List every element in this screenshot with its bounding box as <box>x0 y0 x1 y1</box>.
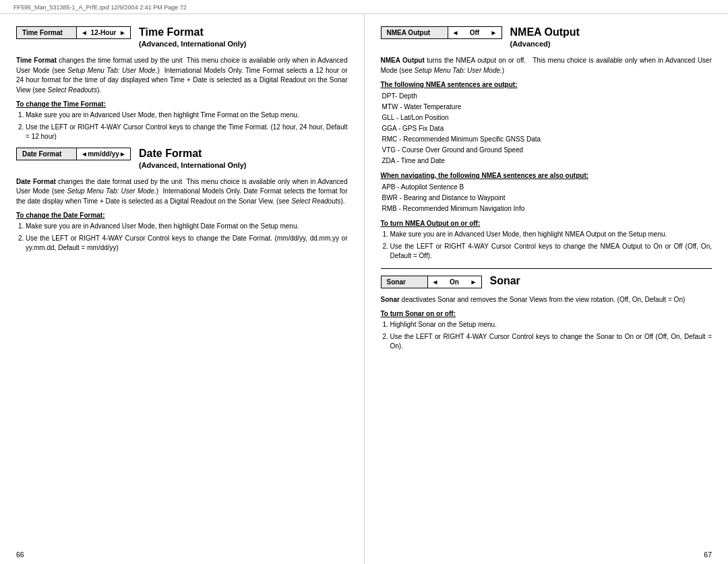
nmea-sentence-7: ZDA - Time and Date <box>382 156 712 166</box>
nmea-sentences-heading: The following NMEA sentences are output: <box>381 81 712 88</box>
date-format-title-group: Date Format (Advanced, International Onl… <box>139 148 247 173</box>
sonar-left-arrow[interactable]: ◄ <box>432 278 439 286</box>
nmea-sentence-5: RMC - Recommended Minimum Specific GNSS … <box>382 134 712 145</box>
nmea-turn-on-heading: To turn NMEA Output on or off: <box>381 220 712 227</box>
content-area: Time Format ◄ 12-Hour ► Time Format (Adv… <box>0 14 728 564</box>
nmea-nav-sentence-2: BWR - Bearing and Distance to Waypoint <box>382 193 712 203</box>
page-container: FF595_Man_531385-1_A_PrfE.qxd 12/9/2004 … <box>0 0 728 564</box>
nmea-output-right-arrow[interactable]: ► <box>491 29 497 36</box>
time-format-label: Time Format <box>22 29 63 36</box>
date-format-body: Date Format changes the date format used… <box>16 177 348 207</box>
top-bar-text: FF595_Man_531385-1_A_PrfE.qxd 12/9/2004 … <box>13 4 187 11</box>
sonar-step-1: Highlight Sonar on the Setup menu. <box>390 320 712 330</box>
time-format-label-box: Time Format <box>16 26 77 39</box>
nmea-output-body: NMEA Output turns the NMEA output on or … <box>381 56 712 75</box>
sonar-steps-list: Highlight Sonar on the Setup menu. Use t… <box>390 320 712 352</box>
date-format-label: Date Format <box>22 150 61 158</box>
nmea-output-title: NMEA Output <box>510 26 580 38</box>
sonar-turn-heading: To turn Sonar on or off: <box>381 310 712 317</box>
sonar-label-box: Sonar <box>381 276 428 288</box>
time-format-step-1: Make sure you are in Advanced User Mode,… <box>26 111 348 121</box>
time-format-title: Time Format <box>139 26 204 38</box>
sonar-label: Sonar <box>387 278 406 286</box>
time-format-steps-list: Make sure you are in Advanced User Mode,… <box>26 111 348 142</box>
nmea-sentence-4: GGA - GPS Fix Data <box>382 123 712 134</box>
nmea-output-title-group: NMEA Output (Advanced) <box>510 26 580 52</box>
nmea-navigating-heading: When navigating, the following NMEA sent… <box>381 172 712 179</box>
right-page: NMEA Output ◄ Off ► NMEA Output (Advance… <box>365 14 729 564</box>
time-format-widget: Time Format ◄ 12-Hour ► <box>16 26 131 43</box>
nmea-sentences-list: DPT- Depth MTW - Water Temperature GLL -… <box>382 91 712 166</box>
time-format-step-2: Use the LEFT or RIGHT 4-WAY Cursor Contr… <box>26 123 348 142</box>
sonar-step-2: Use the LEFT or RIGHT 4-WAY Cursor Contr… <box>390 332 712 352</box>
sonar-divider <box>381 268 712 269</box>
nmea-sentence-1: DPT- Depth <box>382 91 712 102</box>
nmea-turn-on-steps-list: Make sure you are in Advanced User Mode,… <box>390 230 712 261</box>
sonar-control-box[interactable]: ◄ On ► <box>428 276 482 288</box>
nmea-output-label-box: NMEA Output <box>381 26 448 39</box>
sonar-body: Sonar deactivates Sonar and removes the … <box>381 295 712 305</box>
nmea-output-value: Off <box>458 29 490 36</box>
right-page-number: 67 <box>704 551 712 559</box>
time-format-title-group: Time Format (Advanced, International Onl… <box>139 26 247 52</box>
nmea-output-subtitle: (Advanced) <box>510 40 580 48</box>
date-format-right-arrow[interactable]: ► <box>119 150 126 158</box>
sonar-value: On <box>438 278 470 286</box>
time-format-section-header: Time Format ◄ 12-Hour ► Time Format (Adv… <box>16 26 348 52</box>
time-format-left-arrow[interactable]: ◄ <box>81 29 88 36</box>
nmea-sentence-6: VTG - Course Over Ground and Ground Spee… <box>382 145 712 156</box>
nmea-output-left-arrow[interactable]: ◄ <box>452 29 459 36</box>
sonar-widget: Sonar ◄ On ► <box>381 276 482 292</box>
date-format-value: mm/dd/yy <box>88 150 119 158</box>
nmea-sentence-3: GLL - Lat/Lon Position <box>382 113 712 123</box>
date-format-steps-list: Make sure you are in Advanced User Mode,… <box>26 222 348 253</box>
time-format-body: Time Format changes the time format used… <box>16 56 348 95</box>
time-format-subheading: To change the Time Format: <box>16 100 348 108</box>
date-format-subheading: To change the Date Format: <box>16 212 348 219</box>
nmea-nav-sentences-list: APB - Autopilot Sentence B BWR - Bearing… <box>382 182 712 214</box>
date-format-label-box: Date Format <box>16 148 77 160</box>
date-format-step-2: Use the LEFT or RIGHT 4-WAY Cursor Contr… <box>26 234 348 253</box>
date-format-title: Date Format <box>139 148 202 160</box>
nmea-output-label: NMEA Output <box>387 29 431 36</box>
sonar-right-arrow[interactable]: ► <box>471 278 477 286</box>
left-page: Time Format ◄ 12-Hour ► Time Format (Adv… <box>0 14 365 564</box>
sonar-title-group: Sonar <box>490 276 520 288</box>
sonar-section-header: Sonar ◄ On ► Sonar <box>381 276 712 292</box>
left-page-number: 66 <box>16 551 24 559</box>
nmea-nav-sentence-3: RMB - Recommended Minimum Navigation Inf… <box>382 203 712 214</box>
date-format-control-box[interactable]: ◄ mm/dd/yy ► <box>77 148 131 160</box>
nmea-turn-on-step-2: Use the LEFT or RIGHT 4-WAY Cursor Contr… <box>390 242 712 261</box>
date-format-section-header: Date Format ◄ mm/dd/yy ► Date Format (Ad… <box>16 148 348 173</box>
nmea-nav-sentence-1: APB - Autopilot Sentence B <box>382 182 712 193</box>
nmea-turn-on-step-1: Make sure you are in Advanced User Mode,… <box>390 230 712 240</box>
date-format-subtitle: (Advanced, International Only) <box>139 161 247 169</box>
nmea-sentence-2: MTW - Water Temperature <box>382 102 712 113</box>
time-format-control-box[interactable]: ◄ 12-Hour ► <box>77 26 131 39</box>
nmea-output-widget: NMEA Output ◄ Off ► <box>381 26 502 43</box>
time-format-value: 12-Hour <box>88 29 119 36</box>
nmea-output-section-header: NMEA Output ◄ Off ► NMEA Output (Advance… <box>381 26 712 52</box>
time-format-right-arrow[interactable]: ► <box>119 29 126 36</box>
date-format-left-arrow[interactable]: ◄ <box>81 150 88 158</box>
date-format-widget: Date Format ◄ mm/dd/yy ► <box>16 148 131 164</box>
nmea-output-control-box[interactable]: ◄ Off ► <box>448 26 502 39</box>
sonar-title: Sonar <box>490 276 520 286</box>
time-format-subtitle: (Advanced, International Only) <box>139 40 247 48</box>
date-format-step-1: Make sure you are in Advanced User Mode,… <box>26 222 348 232</box>
top-bar: FF595_Man_531385-1_A_PrfE.qxd 12/9/2004 … <box>0 0 728 14</box>
